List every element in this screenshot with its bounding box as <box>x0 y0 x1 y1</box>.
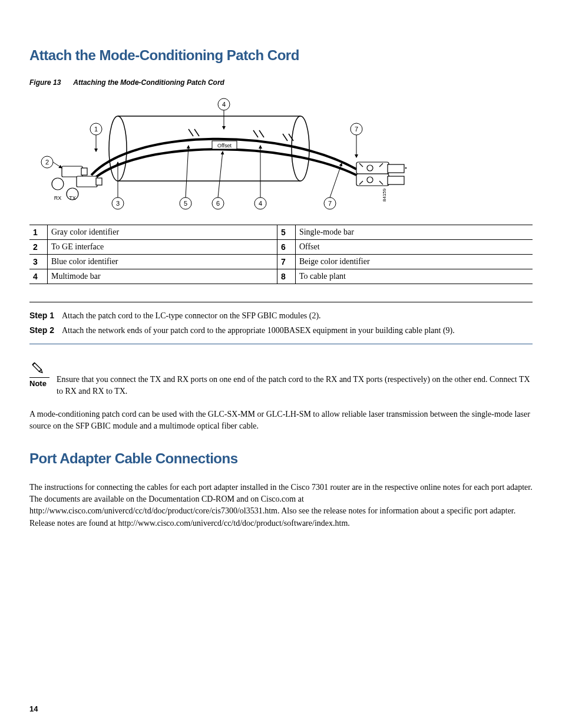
steps-block: Step 1 Attach the patch cord to the LC-t… <box>29 302 533 344</box>
section-heading-attach: Attach the Mode-Conditioning Patch Cord <box>29 47 533 64</box>
section-heading-port-adapter: Port Adapter Cable Connections <box>29 450 533 467</box>
figure-caption: Figure 13 Attaching the Mode-Conditionin… <box>29 78 533 87</box>
svg-line-52 <box>32 363 35 365</box>
step-2: Step 2 Attach the network ends of your p… <box>29 324 533 337</box>
svg-line-38 <box>218 151 223 197</box>
table-row: 4Multimode bar 8To cable plant <box>29 269 533 284</box>
callout-5: 5 <box>180 146 191 209</box>
callout-7-top: 7 <box>351 123 362 157</box>
svg-rect-13 <box>96 178 102 185</box>
svg-line-4 <box>194 129 199 136</box>
svg-text:5: 5 <box>184 200 187 207</box>
svg-line-35 <box>186 146 189 197</box>
svg-point-11 <box>52 178 64 190</box>
callout-legend-table: 1Gray color identifier 5Single-mode bar … <box>29 225 533 284</box>
svg-line-7 <box>283 134 287 141</box>
figure-partnum: 84159 <box>382 188 387 202</box>
note-label: Note <box>29 379 49 388</box>
step-text: Attach the patch cord to the LC-type con… <box>62 309 533 322</box>
table-row: 1Gray color identifier 5Single-mode bar <box>29 225 533 240</box>
note-text: Ensure that you connect the TX and RX po… <box>53 362 533 397</box>
svg-line-26 <box>53 162 62 168</box>
tx-label: TX <box>69 195 76 201</box>
figure-number: Figure 13 <box>29 78 61 87</box>
svg-point-20 <box>367 177 373 183</box>
figure-title: Attaching the Mode-Conditioning Patch Co… <box>73 78 224 87</box>
step-label: Step 2 <box>29 324 62 337</box>
svg-text:7: 7 <box>328 200 332 207</box>
callout-7-bottom: 7 <box>324 163 342 209</box>
svg-text:4: 4 <box>259 200 262 207</box>
svg-text:1: 1 <box>94 126 98 133</box>
pencil-icon <box>29 362 45 374</box>
callout-3: 3 <box>112 162 124 209</box>
step-1: Step 1 Attach the patch cord to the LC-t… <box>29 309 533 322</box>
svg-line-3 <box>189 129 193 136</box>
svg-line-6 <box>259 130 264 137</box>
callout-4-bottom: 4 <box>254 146 266 209</box>
svg-rect-18 <box>388 176 404 185</box>
note-block: Note Ensure that you connect the TX and … <box>29 362 533 397</box>
svg-rect-12 <box>77 176 97 187</box>
svg-line-5 <box>253 130 258 137</box>
callout-8: 8 <box>405 162 406 174</box>
offset-label: Offset <box>217 143 232 149</box>
table-row: 3Blue color identifier 7Beige color iden… <box>29 255 533 269</box>
svg-text:2: 2 <box>45 159 49 166</box>
svg-line-47 <box>330 163 342 197</box>
svg-rect-9 <box>62 166 82 177</box>
svg-rect-17 <box>388 164 404 173</box>
callout-1: 1 <box>90 123 102 151</box>
callout-2: 2 <box>41 156 62 168</box>
svg-rect-10 <box>81 168 87 175</box>
svg-text:7: 7 <box>355 126 358 133</box>
svg-point-19 <box>367 165 373 171</box>
callout-6: 6 <box>212 151 224 209</box>
callout-4-top: 4 <box>218 98 230 129</box>
rx-label: RX <box>54 195 62 201</box>
table-row: 2To GE interface 6Offset <box>29 240 533 255</box>
svg-text:4: 4 <box>222 101 226 108</box>
figure-diagram: Offset RX TX 1 2 3 4 5 6 4 7 <box>29 93 533 213</box>
body-paragraph-1: A mode-conditioning patch cord can be us… <box>29 409 533 433</box>
svg-text:6: 6 <box>216 200 220 207</box>
svg-text:3: 3 <box>116 200 120 207</box>
body-paragraph-2: The instructions for connecting the cabl… <box>29 482 533 529</box>
step-label: Step 1 <box>29 309 62 322</box>
step-text: Attach the network ends of your patch co… <box>62 324 533 337</box>
